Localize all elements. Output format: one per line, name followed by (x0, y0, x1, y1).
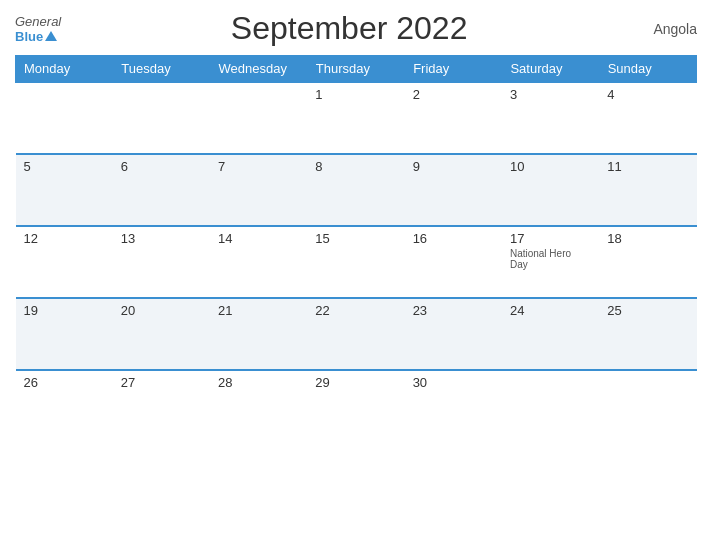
day-number: 17 (510, 231, 591, 246)
day-number: 13 (121, 231, 202, 246)
day-number: 5 (24, 159, 105, 174)
calendar-cell (502, 370, 599, 442)
calendar-cell: 6 (113, 154, 210, 226)
calendar-cell: 14 (210, 226, 307, 298)
day-number: 10 (510, 159, 591, 174)
day-number: 8 (315, 159, 396, 174)
calendar-cell: 18 (599, 226, 696, 298)
calendar-week-row: 567891011 (16, 154, 697, 226)
calendar-cell: 12 (16, 226, 113, 298)
day-number: 21 (218, 303, 299, 318)
day-number: 9 (413, 159, 494, 174)
day-number: 16 (413, 231, 494, 246)
logo-general-text: General (15, 14, 61, 29)
day-number: 24 (510, 303, 591, 318)
day-number: 7 (218, 159, 299, 174)
day-number: 22 (315, 303, 396, 318)
calendar-cell (599, 370, 696, 442)
day-number: 14 (218, 231, 299, 246)
logo: General Blue (15, 14, 61, 44)
calendar-cell: 5 (16, 154, 113, 226)
day-number: 20 (121, 303, 202, 318)
calendar-cell: 25 (599, 298, 696, 370)
calendar-cell: 19 (16, 298, 113, 370)
calendar-cell: 21 (210, 298, 307, 370)
header-friday: Friday (405, 56, 502, 83)
calendar-table: Monday Tuesday Wednesday Thursday Friday… (15, 55, 697, 442)
calendar-cell: 11 (599, 154, 696, 226)
day-number: 25 (607, 303, 688, 318)
header-thursday: Thursday (307, 56, 404, 83)
calendar-cell: 20 (113, 298, 210, 370)
header-sunday: Sunday (599, 56, 696, 83)
header-wednesday: Wednesday (210, 56, 307, 83)
calendar-cell: 26 (16, 370, 113, 442)
logo-blue-text: Blue (15, 29, 43, 44)
calendar-cell: 30 (405, 370, 502, 442)
day-number: 11 (607, 159, 688, 174)
calendar-cell: 1 (307, 82, 404, 154)
day-number: 30 (413, 375, 494, 390)
header-monday: Monday (16, 56, 113, 83)
day-number: 26 (24, 375, 105, 390)
calendar-cell: 10 (502, 154, 599, 226)
calendar-cell: 17National Hero Day (502, 226, 599, 298)
calendar-cell: 8 (307, 154, 404, 226)
calendar-container: General Blue September 2022 Angola Monda… (0, 0, 712, 550)
calendar-cell: 2 (405, 82, 502, 154)
day-number: 6 (121, 159, 202, 174)
calendar-week-row: 1234 (16, 82, 697, 154)
calendar-cell: 27 (113, 370, 210, 442)
calendar-cell (210, 82, 307, 154)
day-number: 15 (315, 231, 396, 246)
calendar-cell: 15 (307, 226, 404, 298)
day-number: 12 (24, 231, 105, 246)
day-number: 18 (607, 231, 688, 246)
calendar-cell: 29 (307, 370, 404, 442)
calendar-cell: 4 (599, 82, 696, 154)
day-number: 29 (315, 375, 396, 390)
day-number: 4 (607, 87, 688, 102)
country-label: Angola (637, 21, 697, 37)
day-number: 27 (121, 375, 202, 390)
calendar-header: General Blue September 2022 Angola (15, 10, 697, 47)
calendar-cell: 23 (405, 298, 502, 370)
logo-triangle-icon (45, 31, 57, 41)
calendar-title: September 2022 (61, 10, 637, 47)
calendar-cell: 7 (210, 154, 307, 226)
calendar-cell (113, 82, 210, 154)
calendar-week-row: 121314151617National Hero Day18 (16, 226, 697, 298)
calendar-cell: 13 (113, 226, 210, 298)
weekday-header-row: Monday Tuesday Wednesday Thursday Friday… (16, 56, 697, 83)
calendar-cell: 22 (307, 298, 404, 370)
header-saturday: Saturday (502, 56, 599, 83)
calendar-cell (16, 82, 113, 154)
calendar-cell: 28 (210, 370, 307, 442)
day-number: 19 (24, 303, 105, 318)
calendar-cell: 24 (502, 298, 599, 370)
day-number: 28 (218, 375, 299, 390)
calendar-cell: 16 (405, 226, 502, 298)
event-label: National Hero Day (510, 248, 591, 270)
day-number: 3 (510, 87, 591, 102)
calendar-cell: 9 (405, 154, 502, 226)
day-number: 23 (413, 303, 494, 318)
calendar-week-row: 2627282930 (16, 370, 697, 442)
calendar-cell: 3 (502, 82, 599, 154)
day-number: 1 (315, 87, 396, 102)
calendar-week-row: 19202122232425 (16, 298, 697, 370)
header-tuesday: Tuesday (113, 56, 210, 83)
day-number: 2 (413, 87, 494, 102)
